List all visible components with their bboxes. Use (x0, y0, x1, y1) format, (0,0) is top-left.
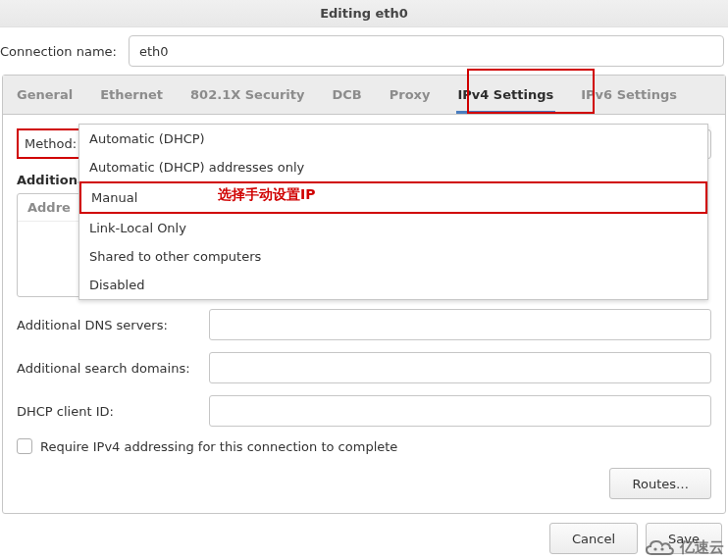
connection-name-row: Connection name: (0, 27, 728, 75)
require-ipv4-checkbox[interactable] (17, 438, 32, 454)
svg-point-0 (653, 547, 656, 550)
dhcp-client-id-input[interactable] (209, 395, 711, 427)
window-title-bar: Editing eth0 (0, 0, 728, 27)
tab-dcb[interactable]: DCB (318, 76, 375, 114)
dns-servers-label: Additional DNS servers: (17, 318, 199, 332)
connection-name-input[interactable] (129, 35, 724, 67)
method-option-shared[interactable]: Shared to other computers (79, 242, 707, 271)
cloud-icon (643, 536, 676, 558)
tab-general[interactable]: General (3, 76, 86, 114)
connection-name-label: Connection name: (0, 44, 117, 59)
routes-row: Routes… (17, 468, 711, 499)
method-dropdown: Automatic (DHCP) Automatic (DHCP) addres… (78, 124, 708, 300)
search-domains-row: Additional search domains: (17, 352, 711, 383)
annotation-manual-ip: 选择手动设置IP (218, 186, 315, 204)
svg-point-1 (660, 547, 663, 550)
tab-proxy[interactable]: Proxy (376, 76, 444, 114)
method-option-manual[interactable]: Manual (79, 181, 707, 214)
addresses-col-address: Addre (27, 200, 71, 215)
tab-ethernet[interactable]: Ethernet (86, 76, 177, 114)
search-domains-label: Additional search domains: (17, 361, 199, 376)
require-ipv4-row: Require IPv4 addressing for this connect… (17, 438, 711, 454)
dns-servers-input[interactable] (209, 309, 711, 340)
watermark: 亿速云 (643, 536, 724, 558)
search-domains-input[interactable] (209, 352, 711, 383)
tab-bar: General Ethernet 802.1X Security DCB Pro… (3, 76, 725, 115)
method-option-automatic-dhcp[interactable]: Automatic (DHCP) (79, 125, 707, 153)
tab-8021x-security[interactable]: 802.1X Security (177, 76, 318, 114)
method-option-disabled[interactable]: Disabled (79, 271, 707, 299)
dns-servers-row: Additional DNS servers: (17, 309, 711, 340)
tab-ipv6-settings[interactable]: IPv6 Settings (567, 76, 691, 114)
method-label: Method: (17, 128, 84, 159)
watermark-text: 亿速云 (680, 538, 724, 557)
routes-button[interactable]: Routes… (609, 468, 711, 499)
cancel-button[interactable]: Cancel (549, 523, 638, 554)
method-option-link-local-only[interactable]: Link-Local Only (79, 214, 707, 242)
dhcp-client-id-row: DHCP client ID: (17, 395, 711, 427)
tab-ipv4-settings[interactable]: IPv4 Settings (443, 76, 567, 114)
method-option-automatic-dhcp-addresses-only[interactable]: Automatic (DHCP) addresses only (79, 153, 707, 181)
require-ipv4-label: Require IPv4 addressing for this connect… (40, 439, 397, 454)
dhcp-client-id-label: DHCP client ID: (17, 404, 199, 419)
window-title: Editing eth0 (320, 6, 408, 21)
